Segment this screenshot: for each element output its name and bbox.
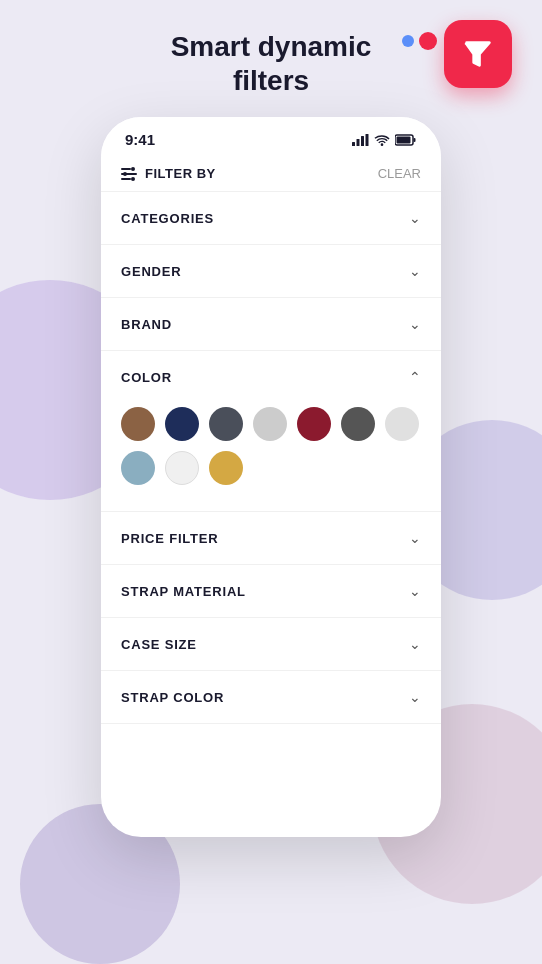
price-chevron: ⌄ [409, 530, 421, 546]
filter-by-label: FILTER BY [145, 166, 216, 181]
strap-material-title: STRAP MATERIAL [121, 584, 246, 599]
filter-section-gender: GENDER ⌄ [101, 245, 441, 298]
strap-color-header[interactable]: STRAP COLOR ⌄ [101, 671, 441, 723]
color-row-2 [121, 451, 421, 485]
signal-icon [352, 134, 369, 146]
filter-section-price: PRICE FILTER ⌄ [101, 512, 441, 565]
color-chevron: ⌃ [409, 369, 421, 385]
price-title: PRICE FILTER [121, 531, 218, 546]
color-dot-white[interactable] [165, 451, 199, 485]
brand-header[interactable]: BRAND ⌄ [101, 298, 441, 350]
case-size-chevron: ⌄ [409, 636, 421, 652]
svg-rect-0 [352, 142, 355, 146]
filter-section-color: COLOR ⌃ [101, 351, 441, 512]
funnel-icon [461, 37, 495, 71]
strap-color-title: STRAP COLOR [121, 690, 224, 705]
case-size-header[interactable]: CASE SIZE ⌄ [101, 618, 441, 670]
color-dot-steel-blue[interactable] [121, 451, 155, 485]
filter-section-strap-material: STRAP MATERIAL ⌄ [101, 565, 441, 618]
strap-material-chevron: ⌄ [409, 583, 421, 599]
case-size-title: CASE SIZE [121, 637, 197, 652]
phone-mockup: 9:41 [101, 117, 441, 837]
color-dot-gold[interactable] [209, 451, 243, 485]
svg-rect-9 [121, 178, 131, 180]
svg-rect-2 [361, 136, 364, 146]
color-dot-charcoal[interactable] [341, 407, 375, 441]
color-dot-brown[interactable] [121, 407, 155, 441]
filter-by-section: FILTER BY [121, 166, 216, 181]
svg-rect-3 [366, 134, 369, 146]
battery-icon [395, 134, 417, 146]
gender-header[interactable]: GENDER ⌄ [101, 245, 441, 297]
color-title: COLOR [121, 370, 172, 385]
gender-title: GENDER [121, 264, 181, 279]
color-dot-navy[interactable] [165, 407, 199, 441]
sliders-icon [121, 167, 137, 181]
gender-chevron: ⌄ [409, 263, 421, 279]
brand-chevron: ⌄ [409, 316, 421, 332]
strap-material-header[interactable]: STRAP MATERIAL ⌄ [101, 565, 441, 617]
svg-point-12 [131, 177, 135, 181]
svg-point-11 [123, 172, 127, 176]
categories-title: CATEGORIES [121, 211, 214, 226]
svg-rect-1 [357, 139, 360, 146]
color-dot-light-gray[interactable] [253, 407, 287, 441]
color-dot-silver[interactable] [385, 407, 419, 441]
filter-fab-button[interactable] [444, 20, 512, 88]
status-icons [352, 134, 417, 146]
status-bar: 9:41 [101, 117, 441, 156]
filter-section-case-size: CASE SIZE ⌄ [101, 618, 441, 671]
svg-rect-6 [397, 136, 411, 143]
color-row-1 [121, 407, 421, 441]
svg-rect-5 [414, 138, 416, 142]
color-dot-dark-gray[interactable] [209, 407, 243, 441]
wifi-icon [374, 134, 390, 146]
filter-bar: FILTER BY CLEAR [101, 156, 441, 192]
brand-title: BRAND [121, 317, 172, 332]
price-header[interactable]: PRICE FILTER ⌄ [101, 512, 441, 564]
filter-section-strap-color: STRAP COLOR ⌄ [101, 671, 441, 724]
status-time: 9:41 [125, 131, 155, 148]
categories-header[interactable]: CATEGORIES ⌄ [101, 192, 441, 244]
filter-section-brand: BRAND ⌄ [101, 298, 441, 351]
filter-section-categories: CATEGORIES ⌄ [101, 192, 441, 245]
color-body [101, 403, 441, 511]
svg-rect-7 [121, 168, 131, 170]
clear-button[interactable]: CLEAR [378, 166, 421, 181]
svg-point-10 [131, 167, 135, 171]
categories-chevron: ⌄ [409, 210, 421, 226]
color-header[interactable]: COLOR ⌃ [101, 351, 441, 403]
color-dot-burgundy[interactable] [297, 407, 331, 441]
strap-color-chevron: ⌄ [409, 689, 421, 705]
